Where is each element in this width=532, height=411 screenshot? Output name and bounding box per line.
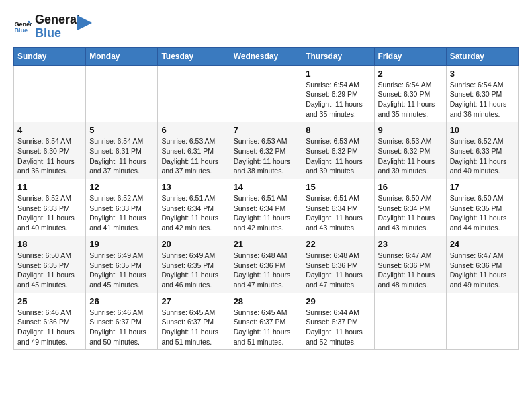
calendar-week-5: 25Sunrise: 6:46 AMSunset: 6:36 PMDayligh… xyxy=(14,293,519,350)
weekday-header-friday: Friday xyxy=(374,47,446,65)
day-number: 8 xyxy=(306,125,370,135)
calendar-cell: 1Sunrise: 6:54 AMSunset: 6:29 PMDaylight… xyxy=(302,65,374,122)
calendar-cell: 19Sunrise: 6:49 AMSunset: 6:35 PMDayligh… xyxy=(86,236,158,293)
day-number: 4 xyxy=(17,125,82,135)
day-info: Sunrise: 6:46 AMSunset: 6:36 PMDaylight:… xyxy=(17,308,82,347)
weekday-header-thursday: Thursday xyxy=(302,47,374,65)
weekday-header-wednesday: Wednesday xyxy=(230,47,302,65)
calendar-cell: 24Sunrise: 6:47 AMSunset: 6:36 PMDayligh… xyxy=(446,236,518,293)
day-info: Sunrise: 6:53 AMSunset: 6:32 PMDaylight:… xyxy=(234,136,299,176)
day-number: 14 xyxy=(234,182,299,192)
calendar-cell xyxy=(446,293,518,350)
weekday-header-monday: Monday xyxy=(86,47,158,65)
calendar-table: SundayMondayTuesdayWednesdayThursdayFrid… xyxy=(13,47,519,351)
day-info: Sunrise: 6:48 AMSunset: 6:36 PMDaylight:… xyxy=(306,250,370,290)
calendar-cell: 7Sunrise: 6:53 AMSunset: 6:32 PMDaylight… xyxy=(230,122,302,179)
calendar-week-3: 11Sunrise: 6:52 AMSunset: 6:33 PMDayligh… xyxy=(14,179,519,236)
calendar-cell: 29Sunrise: 6:44 AMSunset: 6:37 PMDayligh… xyxy=(302,293,374,350)
calendar-header-row: SundayMondayTuesdayWednesdayThursdayFrid… xyxy=(14,47,519,65)
calendar-week-4: 18Sunrise: 6:50 AMSunset: 6:35 PMDayligh… xyxy=(14,236,519,293)
day-info: Sunrise: 6:54 AMSunset: 6:30 PMDaylight:… xyxy=(378,80,443,120)
day-info: Sunrise: 6:47 AMSunset: 6:36 PMDaylight:… xyxy=(450,250,515,290)
day-number: 7 xyxy=(234,125,299,135)
calendar-cell xyxy=(230,65,302,122)
day-number: 15 xyxy=(306,182,370,192)
calendar-cell: 6Sunrise: 6:53 AMSunset: 6:31 PMDaylight… xyxy=(158,122,230,179)
svg-text:General: General xyxy=(14,20,32,27)
day-number: 22 xyxy=(306,239,370,249)
weekday-header-tuesday: Tuesday xyxy=(158,47,230,65)
svg-marker-3 xyxy=(77,15,92,30)
calendar-cell: 16Sunrise: 6:50 AMSunset: 6:34 PMDayligh… xyxy=(374,179,446,236)
calendar-cell: 23Sunrise: 6:47 AMSunset: 6:36 PMDayligh… xyxy=(374,236,446,293)
calendar-cell: 26Sunrise: 6:46 AMSunset: 6:37 PMDayligh… xyxy=(86,293,158,350)
calendar-body: 1Sunrise: 6:54 AMSunset: 6:29 PMDaylight… xyxy=(14,65,519,350)
day-info: Sunrise: 6:52 AMSunset: 6:33 PMDaylight:… xyxy=(450,136,515,176)
day-info: Sunrise: 6:51 AMSunset: 6:34 PMDaylight:… xyxy=(161,193,226,233)
calendar-cell: 27Sunrise: 6:45 AMSunset: 6:37 PMDayligh… xyxy=(158,293,230,350)
day-number: 9 xyxy=(378,125,443,135)
day-number: 11 xyxy=(17,182,82,192)
logo-text-blue: Blue xyxy=(35,27,80,40)
day-number: 13 xyxy=(161,182,226,192)
day-number: 25 xyxy=(17,296,82,306)
day-info: Sunrise: 6:50 AMSunset: 6:35 PMDaylight:… xyxy=(17,250,82,290)
day-info: Sunrise: 6:49 AMSunset: 6:35 PMDaylight:… xyxy=(161,250,226,290)
day-number: 26 xyxy=(89,296,154,306)
day-info: Sunrise: 6:54 AMSunset: 6:30 PMDaylight:… xyxy=(450,80,515,120)
page-header: General Blue General Blue xyxy=(13,13,519,40)
day-info: Sunrise: 6:45 AMSunset: 6:37 PMDaylight:… xyxy=(161,308,226,347)
day-info: Sunrise: 6:52 AMSunset: 6:33 PMDaylight:… xyxy=(17,193,82,233)
logo-text-general: General xyxy=(35,13,80,27)
calendar-cell: 11Sunrise: 6:52 AMSunset: 6:33 PMDayligh… xyxy=(14,179,86,236)
day-number: 12 xyxy=(89,182,154,192)
calendar-cell: 12Sunrise: 6:52 AMSunset: 6:33 PMDayligh… xyxy=(86,179,158,236)
day-info: Sunrise: 6:53 AMSunset: 6:32 PMDaylight:… xyxy=(306,136,370,176)
calendar-week-2: 4Sunrise: 6:54 AMSunset: 6:30 PMDaylight… xyxy=(14,122,519,179)
calendar-cell: 28Sunrise: 6:45 AMSunset: 6:37 PMDayligh… xyxy=(230,293,302,350)
day-number: 1 xyxy=(306,68,370,79)
day-number: 28 xyxy=(234,296,299,306)
day-info: Sunrise: 6:46 AMSunset: 6:37 PMDaylight:… xyxy=(89,308,154,347)
day-number: 3 xyxy=(450,68,515,79)
calendar-cell xyxy=(86,65,158,122)
logo-icon: General Blue xyxy=(13,17,32,36)
day-info: Sunrise: 6:45 AMSunset: 6:37 PMDaylight:… xyxy=(234,308,299,347)
day-info: Sunrise: 6:48 AMSunset: 6:36 PMDaylight:… xyxy=(234,250,299,290)
day-number: 5 xyxy=(89,125,154,135)
day-info: Sunrise: 6:51 AMSunset: 6:34 PMDaylight:… xyxy=(234,193,299,233)
day-number: 19 xyxy=(89,239,154,249)
logo: General Blue General Blue xyxy=(13,13,92,40)
calendar-cell: 25Sunrise: 6:46 AMSunset: 6:36 PMDayligh… xyxy=(14,293,86,350)
day-info: Sunrise: 6:44 AMSunset: 6:37 PMDaylight:… xyxy=(306,308,370,347)
day-info: Sunrise: 6:50 AMSunset: 6:34 PMDaylight:… xyxy=(378,193,443,233)
calendar-cell: 14Sunrise: 6:51 AMSunset: 6:34 PMDayligh… xyxy=(230,179,302,236)
calendar-cell xyxy=(14,65,86,122)
calendar-cell: 20Sunrise: 6:49 AMSunset: 6:35 PMDayligh… xyxy=(158,236,230,293)
day-info: Sunrise: 6:49 AMSunset: 6:35 PMDaylight:… xyxy=(89,250,154,290)
calendar-cell: 2Sunrise: 6:54 AMSunset: 6:30 PMDaylight… xyxy=(374,65,446,122)
day-info: Sunrise: 6:54 AMSunset: 6:31 PMDaylight:… xyxy=(89,136,154,176)
calendar-cell: 4Sunrise: 6:54 AMSunset: 6:30 PMDaylight… xyxy=(14,122,86,179)
calendar-cell: 18Sunrise: 6:50 AMSunset: 6:35 PMDayligh… xyxy=(14,236,86,293)
weekday-header-saturday: Saturday xyxy=(446,47,518,65)
day-info: Sunrise: 6:53 AMSunset: 6:32 PMDaylight:… xyxy=(378,136,443,176)
day-info: Sunrise: 6:47 AMSunset: 6:36 PMDaylight:… xyxy=(378,250,443,290)
day-info: Sunrise: 6:52 AMSunset: 6:33 PMDaylight:… xyxy=(89,193,154,233)
day-number: 6 xyxy=(161,125,226,135)
day-number: 18 xyxy=(17,239,82,249)
calendar-cell: 3Sunrise: 6:54 AMSunset: 6:30 PMDaylight… xyxy=(446,65,518,122)
day-number: 10 xyxy=(450,125,515,135)
day-number: 2 xyxy=(378,68,443,79)
day-number: 24 xyxy=(450,239,515,249)
calendar-week-1: 1Sunrise: 6:54 AMSunset: 6:29 PMDaylight… xyxy=(14,65,519,122)
calendar-cell: 15Sunrise: 6:51 AMSunset: 6:34 PMDayligh… xyxy=(302,179,374,236)
day-number: 29 xyxy=(306,296,370,306)
logo-arrow-icon xyxy=(77,15,92,30)
day-number: 16 xyxy=(378,182,443,192)
calendar-cell: 5Sunrise: 6:54 AMSunset: 6:31 PMDaylight… xyxy=(86,122,158,179)
day-number: 23 xyxy=(378,239,443,249)
day-info: Sunrise: 6:53 AMSunset: 6:31 PMDaylight:… xyxy=(161,136,226,176)
calendar-cell xyxy=(158,65,230,122)
day-info: Sunrise: 6:50 AMSunset: 6:35 PMDaylight:… xyxy=(450,193,515,233)
